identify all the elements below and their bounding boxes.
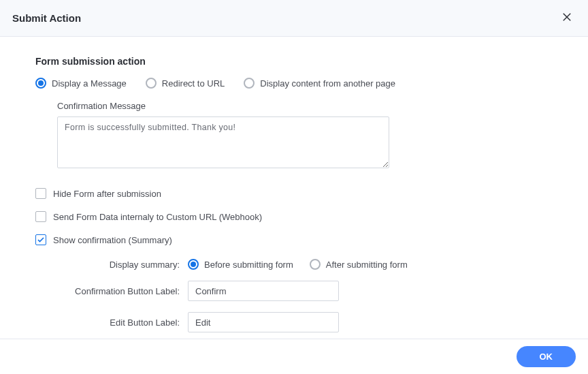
dialog-footer: OK: [0, 339, 588, 374]
radio-label: Redirect to URL: [162, 78, 225, 89]
confirmation-message-label: Confirmation Message: [57, 101, 553, 111]
radio-icon: [310, 259, 321, 270]
radio-label: Before submitting form: [204, 260, 293, 270]
radio-label: After submitting form: [326, 260, 408, 270]
checkbox-show-summary[interactable]: Show confirmation (Summary): [35, 234, 553, 245]
confirmation-message-textarea[interactable]: [57, 116, 389, 168]
dialog-header: Submit Action: [0, 0, 588, 37]
action-radio-group: Display a Message Redirect to URL Displa…: [35, 78, 553, 89]
submit-action-dialog: Submit Action Form submission action Dis…: [0, 0, 588, 374]
checkbox-label: Send Form Data internaly to Custom URL (…: [53, 212, 262, 222]
radio-display-message[interactable]: Display a Message: [35, 78, 127, 89]
confirm-button-label-input[interactable]: [188, 281, 339, 301]
section-title: Form submission action: [35, 56, 553, 67]
checkbox-icon: [35, 234, 46, 245]
edit-button-label-text: Edit Button Label:: [35, 317, 188, 328]
checkbox-icon: [35, 211, 46, 222]
radio-display-content[interactable]: Display content from another page: [244, 78, 395, 89]
edit-button-label-input[interactable]: [188, 312, 339, 332]
radio-after-submitting[interactable]: After submitting form: [310, 259, 408, 270]
radio-before-submitting[interactable]: Before submitting form: [188, 259, 293, 270]
ok-button[interactable]: OK: [517, 346, 576, 367]
checkbox-label: Show confirmation (Summary): [53, 235, 172, 245]
radio-icon: [244, 78, 255, 89]
checkbox-webhook[interactable]: Send Form Data internaly to Custom URL (…: [35, 211, 553, 222]
radio-icon: [146, 78, 157, 89]
radio-redirect-url[interactable]: Redirect to URL: [146, 78, 225, 89]
radio-icon: [188, 259, 199, 270]
radio-label: Display a Message: [52, 78, 127, 89]
edit-button-label-row: Edit Button Label:: [35, 312, 553, 332]
summary-options: Display summary: Before submitting form …: [35, 259, 553, 332]
radio-label: Display content from another page: [260, 78, 395, 89]
confirm-button-label-text: Confirmation Button Label:: [35, 286, 188, 296]
checkbox-icon: [35, 188, 46, 199]
dialog-body: Form submission action Display a Message…: [0, 37, 588, 339]
checkbox-label: Hide Form after submission: [53, 189, 161, 199]
confirm-button-label-row: Confirmation Button Label:: [35, 281, 553, 301]
close-button[interactable]: [558, 8, 576, 28]
close-icon: [561, 11, 573, 23]
checkbox-hide-form[interactable]: Hide Form after submission: [35, 188, 553, 199]
radio-icon: [35, 78, 46, 89]
display-summary-label: Display summary:: [35, 260, 188, 270]
display-summary-row: Display summary: Before submitting form …: [35, 259, 553, 270]
confirmation-message-group: Confirmation Message: [57, 101, 553, 170]
dialog-title: Submit Action: [12, 12, 81, 24]
